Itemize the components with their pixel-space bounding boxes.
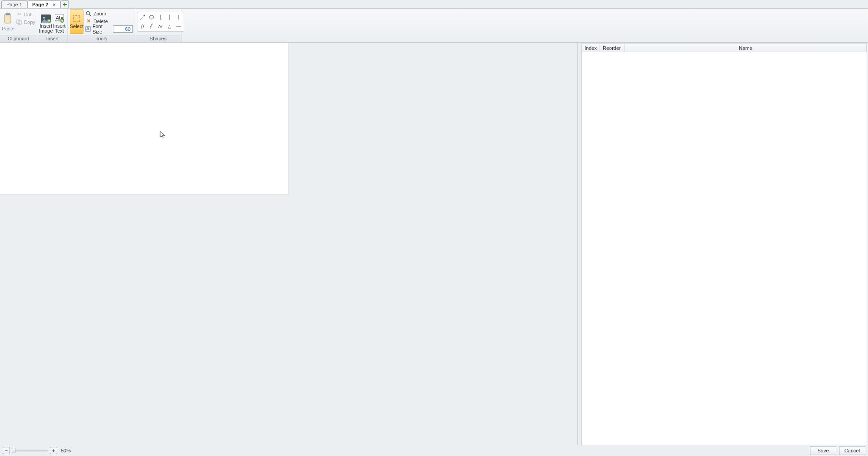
shape-hline[interactable] [175,22,183,30]
shape-bracket-right[interactable] [166,13,174,21]
paste-button[interactable]: Paste [2,10,15,34]
fontsize-input[interactable] [113,25,133,33]
svg-point-5 [43,17,45,19]
add-tab-button[interactable] [61,0,69,8]
col-name[interactable]: Name [625,44,867,52]
col-index[interactable]: Index [582,44,600,52]
fontsize-icon: A [85,26,91,32]
svg-point-16 [149,15,154,19]
copy-icon [16,19,22,25]
zoom-in-button[interactable]: + [50,447,57,454]
svg-rect-0 [5,14,11,23]
cancel-button[interactable]: Cancel [839,446,865,455]
side-panel-body [582,52,867,445]
svg-text:A: A [86,26,90,31]
zoom-control: − + 50% [3,447,71,454]
tab-label: Page 2 [32,2,48,7]
shape-arrow-line[interactable] [138,13,146,21]
text-icon: Abc [55,15,64,23]
svg-line-12 [89,15,91,16]
zoom-percent-label: 50% [61,448,71,453]
zoom-slider[interactable] [12,450,48,451]
copy-button[interactable]: Copy [15,18,37,26]
group-tools: Select Zoom ✕ Delete A Font Size [68,9,135,42]
fontsize-label: Font Size [93,24,109,34]
col-index-label: Index [585,45,597,51]
svg-line-18 [141,24,142,29]
svg-rect-1 [6,13,10,15]
shape-parallel[interactable] [138,22,146,30]
zoom-out-button[interactable]: − [3,447,10,454]
close-tab-icon[interactable]: × [53,2,55,7]
clipboard-icon [3,13,13,24]
insert-text-button[interactable]: Abc Insert Text [53,10,66,34]
zoom-label: Zoom [93,11,106,16]
canvas-viewport[interactable] [0,43,578,445]
save-button[interactable]: Save [810,446,836,455]
status-bar: − + 50% Save Cancel [0,445,868,456]
insert-image-label: Insert Image [39,24,53,34]
delete-icon: ✕ [85,18,92,24]
col-reorder[interactable]: Reorder [600,44,625,52]
shape-angle[interactable] [166,22,174,30]
tab-page-1[interactable]: Page 1 [1,0,27,8]
group-label-insert: Insert [37,35,68,42]
page-surface[interactable] [0,43,288,195]
group-insert: Insert Image Abc Insert Text Insert [37,9,68,42]
copy-label: Copy [24,19,35,25]
shape-ellipse[interactable] [147,13,156,21]
svg-line-15 [140,15,145,19]
zoom-tool-button[interactable]: Zoom [85,10,133,17]
shape-zigzag[interactable] [156,22,165,30]
group-label-clipboard: Clipboard [0,35,37,42]
paste-label: Paste [2,26,15,31]
group-label-tools: Tools [68,35,135,42]
group-clipboard: Paste ✂ Cut Copy Clipboard [0,9,37,42]
ribbon: Paste ✂ Cut Copy Clipboard [0,8,868,43]
page-tabs: Page 1 Page 2 × [0,0,868,8]
select-label: Select [70,24,84,29]
svg-line-19 [143,24,144,29]
group-label-shapes: Shapes [135,35,181,42]
fontsize-row: A Font Size [85,25,133,33]
side-panel: Index Reorder Name [581,44,867,445]
zoom-icon [85,11,92,16]
zoom-slider-thumb[interactable] [12,448,15,453]
side-panel-header: Index Reorder Name [582,44,867,52]
svg-point-11 [86,11,90,15]
col-name-label: Name [739,45,752,51]
image-icon [41,15,51,23]
tab-label: Page 1 [6,2,22,7]
shapes-palette [137,12,184,32]
shape-bracket-left[interactable] [156,13,165,21]
tab-page-2[interactable]: Page 2 × [27,0,61,8]
col-reorder-label: Reorder [603,45,621,51]
svg-rect-10 [73,15,80,22]
select-tool-button[interactable]: Select [70,10,83,34]
cut-label: Cut [24,12,31,17]
group-shapes: Shapes [135,9,181,42]
select-icon [73,15,81,23]
main-area: Index Reorder Name [0,43,868,445]
cut-icon: ✂ [16,11,22,17]
shape-vline[interactable] [175,13,183,21]
shape-wave[interactable] [147,22,156,30]
cut-button[interactable]: ✂ Cut [15,10,37,18]
cursor-icon [160,131,166,139]
insert-image-button[interactable]: Insert Image [39,10,53,34]
insert-text-label: Insert Text [53,24,66,34]
